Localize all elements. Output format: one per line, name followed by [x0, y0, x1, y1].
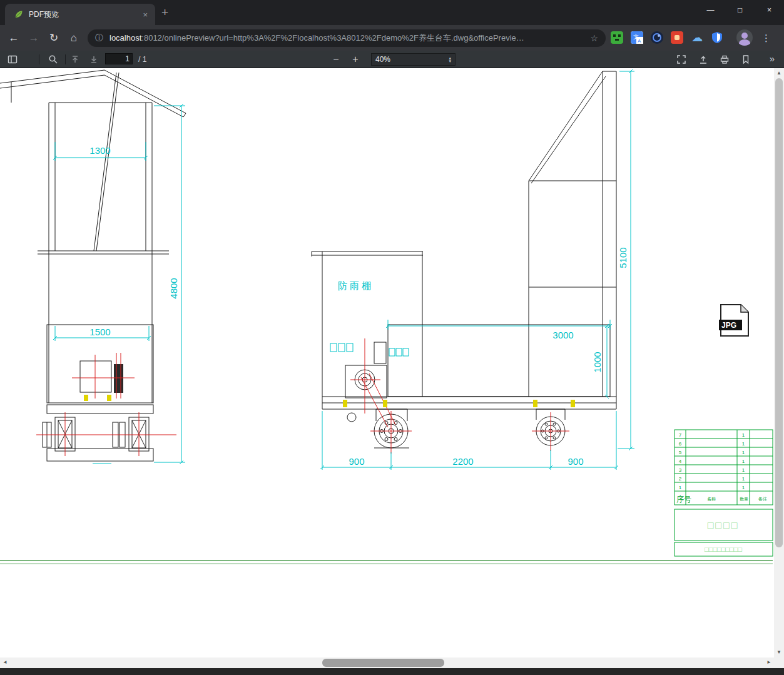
shelter-label: 防雨棚	[338, 280, 374, 291]
svg-text:A: A	[638, 38, 641, 44]
toolbar-separator	[39, 54, 39, 64]
jpg-badge-label: JPG	[721, 321, 736, 330]
scroll-down-icon[interactable]: ▼	[774, 647, 784, 657]
page-total-label: / 1	[138, 51, 146, 68]
header-qty: 数量	[740, 497, 748, 501]
stamp-text: □□□□	[708, 520, 740, 530]
maximize-button[interactable]: □	[725, 0, 755, 21]
row-number: 7	[679, 432, 682, 438]
horizontal-scrollbar-thumb[interactable]	[322, 659, 444, 667]
qty-cell: 1	[742, 441, 745, 447]
title-block: 7 6 5 4 3 2 1 1 1 1 1 1 1 1 序号 名称 数量 备注 …	[675, 430, 773, 556]
translate-extension-icon[interactable]: 文A	[631, 31, 643, 44]
zoom-out-icon[interactable]: −	[330, 51, 342, 68]
dimension-5100: 5100	[618, 247, 628, 268]
cad-drawing: 1300 4800 1500 防雨棚	[0, 68, 774, 657]
browser-window: PDF预览 × + — □ × ← → ↻ ⌂ ⓘ localhost:8012…	[0, 0, 784, 675]
qty-cell: 1	[742, 485, 745, 490]
header-serial: 序号	[676, 495, 691, 504]
page-up-icon[interactable]	[70, 54, 80, 64]
scroll-right-icon[interactable]: ►	[764, 657, 774, 667]
row-number: 3	[679, 467, 682, 473]
navigation-bar: ← → ↻ ⌂ ⓘ localhost:8012/onlinePreview?u…	[0, 25, 784, 51]
scroll-left-icon[interactable]: ◄	[0, 657, 10, 667]
browser-menu-icon[interactable]: ⋮	[761, 25, 771, 51]
dimension-4800: 4800	[168, 278, 179, 298]
forward-icon[interactable]: →	[25, 25, 43, 51]
site-info-icon[interactable]: ⓘ	[95, 33, 103, 44]
qty-cell: 1	[742, 459, 745, 464]
print-icon[interactable]	[720, 54, 730, 64]
drawing-code-text: □□□□□□□□□	[705, 546, 742, 553]
select-spinner-icon: ▴▾	[449, 56, 451, 63]
leaf-favicon-icon	[14, 9, 24, 19]
dimension-1000: 1000	[592, 352, 603, 372]
vertical-scrollbar-thumb[interactable]	[775, 78, 783, 547]
row-number: 1	[679, 485, 682, 490]
presentation-mode-icon[interactable]	[676, 54, 686, 64]
header-note: 备注	[758, 496, 767, 502]
row-number: 4	[679, 459, 682, 464]
dimension-1300: 1300	[89, 145, 110, 156]
secondary-toolbar-icon[interactable]: »	[766, 51, 778, 68]
extension-icon-1[interactable]	[611, 31, 623, 44]
home-icon[interactable]: ⌂	[65, 25, 83, 51]
vertical-scrollbar[interactable]: ▲ ▼	[774, 68, 784, 657]
qty-cell: 1	[742, 450, 745, 455]
row-number: 2	[679, 476, 682, 482]
horizontal-scrollbar[interactable]: ◄ ►	[0, 657, 774, 668]
window-bottom-edge	[0, 668, 784, 675]
bookmark-star-icon[interactable]: ☆	[590, 33, 598, 43]
sidebar-toggle-icon[interactable]	[8, 54, 18, 64]
cloud-extension-icon[interactable]: ☁	[691, 31, 703, 44]
tab-title: PDF预览	[29, 9, 140, 20]
qty-cell: 1	[742, 476, 745, 482]
url-text[interactable]: localhost:8012/onlinePreview?url=http%3A…	[109, 33, 585, 44]
new-tab-button[interactable]: +	[161, 6, 168, 19]
page-number-input[interactable]	[105, 53, 133, 64]
minimize-button[interactable]: —	[696, 0, 725, 21]
dimension-1500: 1500	[89, 327, 110, 337]
jpg-file-icon: JPG	[719, 305, 748, 336]
page-down-icon[interactable]	[89, 54, 99, 64]
zoom-select[interactable]: 40% ▴▾	[371, 53, 456, 66]
zoom-in-icon[interactable]: +	[349, 51, 362, 68]
close-button[interactable]: ×	[755, 0, 784, 21]
dimension-900-rear: 900	[568, 456, 583, 467]
window-controls: — □ ×	[696, 0, 784, 21]
bookmark-icon[interactable]	[741, 54, 751, 64]
pdf-toolbar: / 1 − + 40% ▴▾ »	[0, 51, 784, 68]
scroll-up-icon[interactable]: ▲	[774, 68, 784, 78]
qty-cell: 1	[742, 467, 745, 473]
tab-close-icon[interactable]: ×	[140, 9, 150, 21]
row-number: 5	[679, 450, 682, 455]
search-icon[interactable]	[48, 54, 58, 64]
extension-icon-2[interactable]	[651, 31, 663, 44]
dimension-2200: 2200	[452, 456, 473, 467]
header-name: 名称	[707, 497, 716, 502]
shield-extension-icon[interactable]	[711, 31, 723, 44]
toolbar-separator	[65, 54, 66, 64]
url-host: localhost	[109, 33, 141, 43]
open-file-icon[interactable]	[698, 54, 708, 64]
reload-icon[interactable]: ↻	[45, 25, 63, 51]
title-bar: PDF预览 × + — □ ×	[0, 0, 784, 25]
qty-cell: 1	[742, 432, 745, 438]
row-number: 6	[679, 441, 682, 447]
dimension-900-front: 900	[349, 456, 364, 467]
front-view: 1300 4800 1500	[0, 70, 186, 464]
back-icon[interactable]: ←	[5, 25, 23, 51]
zoom-value: 40%	[375, 55, 449, 64]
extension-icon-3[interactable]	[671, 31, 683, 44]
profile-avatar[interactable]	[736, 29, 753, 46]
scrollbar-corner	[774, 657, 784, 668]
address-bar[interactable]: ⓘ localhost:8012/onlinePreview?url=http%…	[88, 29, 606, 47]
dimension-3000: 3000	[552, 330, 573, 340]
browser-tab[interactable]: PDF预览 ×	[5, 4, 155, 25]
url-path: :8012/onlinePreview?url=http%3A%2F%2Floc…	[141, 33, 524, 43]
side-view: 防雨棚	[312, 69, 634, 470]
pdf-page: 1300 4800 1500 防雨棚	[0, 68, 774, 657]
